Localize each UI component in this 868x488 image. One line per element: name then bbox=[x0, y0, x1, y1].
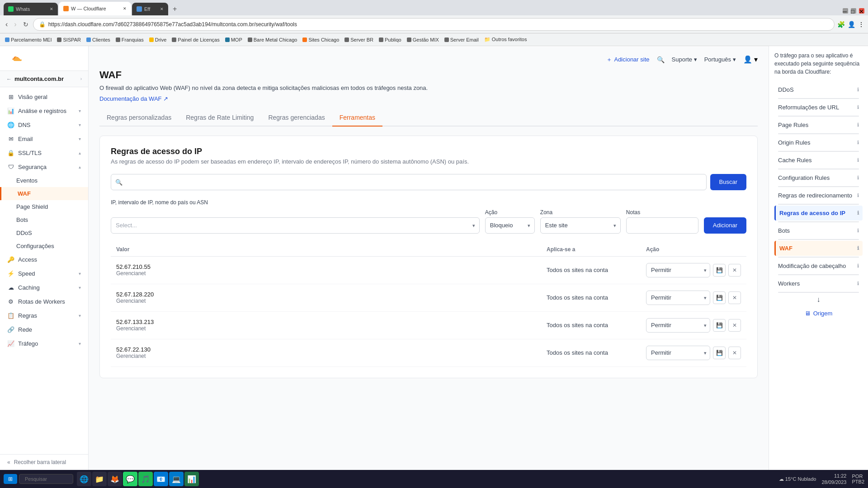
rp-item-reformulacoes[interactable]: Reformulações de URL ℹ bbox=[774, 100, 863, 115]
bookmark-clientes[interactable]: Clientes bbox=[84, 36, 113, 43]
ssl-icon: 🔒 bbox=[7, 150, 14, 156]
search-button[interactable]: Buscar bbox=[710, 174, 746, 190]
sidebar-collapse-btn[interactable]: « Recolher barra lateral bbox=[0, 454, 88, 470]
sidebar-item-ssl[interactable]: 🔒 SSL/TLS ▴ bbox=[0, 146, 88, 160]
account-button[interactable]: 👤 ▾ bbox=[743, 55, 758, 64]
bookmark-bare-metal[interactable]: Bare Metal Chicago bbox=[245, 36, 300, 43]
bookmark-mop[interactable]: MOP bbox=[223, 36, 245, 43]
minimize-icon[interactable]: ─ bbox=[843, 8, 848, 14]
address-bar[interactable]: 🔒 https://dash.cloudflare.com/7d60273886… bbox=[33, 18, 835, 31]
rp-item-bots[interactable]: Bots ℹ bbox=[774, 223, 863, 238]
sidebar-item-seguranca[interactable]: 🛡 Segurança ▴ bbox=[0, 160, 88, 174]
bookmark-publiqo[interactable]: Publiqo bbox=[377, 36, 404, 43]
row3-save-button[interactable]: 💾 bbox=[713, 319, 726, 332]
rp-item-cache-rules[interactable]: Cache Rules ℹ bbox=[774, 153, 863, 168]
support-button[interactable]: Suporte ▾ bbox=[672, 56, 697, 63]
browser-tab-whats[interactable]: Whats ✕ bbox=[4, 3, 58, 15]
sidebar-item-visao-geral[interactable]: ⊞ Visão geral bbox=[0, 90, 88, 104]
rp-item-header-mod[interactable]: Modificação de cabeçalho ℹ bbox=[774, 258, 863, 273]
sidebar-item-email[interactable]: ✉ Email ▾ bbox=[0, 132, 88, 146]
rp-origin-btn[interactable]: 🖥 Origem bbox=[774, 306, 863, 320]
browser-tab-active[interactable]: W — Cloudflare ✕ bbox=[59, 2, 131, 15]
row1-save-button[interactable]: 💾 bbox=[713, 264, 726, 277]
search-input[interactable] bbox=[111, 174, 707, 190]
waf-docs-link[interactable]: Documentação da WAF ↗ bbox=[99, 95, 168, 102]
add-site-button[interactable]: ＋ Adicionar site bbox=[606, 56, 649, 64]
row4-save-button[interactable]: 💾 bbox=[713, 347, 726, 359]
ip-select[interactable]: Select... bbox=[111, 217, 480, 234]
rp-item-page-rules[interactable]: Page Rules ℹ bbox=[774, 117, 863, 132]
bookmark-franquias[interactable]: Franquias bbox=[113, 36, 146, 43]
rp-item-redir[interactable]: Regras de redirecionamento ℹ bbox=[774, 188, 863, 203]
extensions-button[interactable]: 🧩 bbox=[837, 21, 845, 28]
bookmark-others[interactable]: 📁 Outros favoritos bbox=[482, 36, 529, 43]
bookmark-licencas[interactable]: Painel de Licenças bbox=[170, 36, 222, 43]
add-button[interactable]: Adicionar bbox=[704, 217, 746, 234]
whats-close[interactable]: ✕ bbox=[50, 7, 53, 11]
back-button[interactable]: ‹ bbox=[4, 19, 9, 30]
row3-delete-button[interactable]: ✕ bbox=[728, 319, 741, 332]
row4-delete-button[interactable]: ✕ bbox=[728, 347, 741, 359]
bookmark-sites-chicago[interactable]: Sites Chicago bbox=[300, 36, 341, 43]
language-button[interactable]: Português ▾ bbox=[704, 56, 736, 63]
lock-icon: 🔒 bbox=[39, 21, 46, 28]
bookmark-server-br[interactable]: Server BR bbox=[342, 36, 376, 43]
bookmark-sispar[interactable]: SISPAR bbox=[55, 36, 83, 43]
sidebar-item-speed[interactable]: ⚡ Speed ▾ bbox=[0, 267, 88, 281]
sidebar-item-regras[interactable]: 📋 Regras ▾ bbox=[0, 309, 88, 323]
forward-button[interactable]: › bbox=[12, 19, 18, 30]
row2-delete-button[interactable]: ✕ bbox=[728, 291, 741, 304]
sidebar-item-config-seg[interactable]: Configurações bbox=[0, 239, 88, 253]
row2-save-button[interactable]: 💾 bbox=[713, 291, 726, 304]
rp-ddos-info-icon: ℹ bbox=[857, 87, 859, 93]
domain-label: multconta.com.br bbox=[14, 75, 78, 82]
new-tab-btn[interactable]: + bbox=[169, 3, 180, 15]
row2-action-select[interactable]: Permitir Bloqueio bbox=[646, 291, 710, 305]
row1-delete-button[interactable]: ✕ bbox=[728, 264, 741, 277]
sidebar-domain-row[interactable]: ← multconta.com.br › bbox=[0, 71, 88, 87]
sidebar-item-analise[interactable]: 📊 Análise e registros ▾ bbox=[0, 104, 88, 118]
close-icon[interactable]: ✕ bbox=[859, 8, 864, 14]
sidebar-item-trafego[interactable]: 📈 Tráfego ▾ bbox=[0, 337, 88, 351]
sidebar-item-caching[interactable]: ☁ Caching ▾ bbox=[0, 281, 88, 295]
sidebar-item-rotas[interactable]: ⚙ Rotas de Workers bbox=[0, 295, 88, 309]
rp-item-waf[interactable]: WAF ℹ bbox=[774, 241, 863, 256]
bookmark-drive[interactable]: Drive bbox=[147, 36, 169, 43]
sidebar-item-eventos[interactable]: Eventos bbox=[0, 174, 88, 187]
sidebar-item-ddos[interactable]: DDoS bbox=[0, 226, 88, 239]
rp-item-ddos[interactable]: DDoS ℹ bbox=[774, 82, 863, 97]
rp-item-origin-rules[interactable]: Origin Rules ℹ bbox=[774, 135, 863, 150]
tab-rate[interactable]: Regras de Rate Limiting bbox=[179, 109, 261, 127]
sidebar-item-dns[interactable]: 🌐 DNS ▾ bbox=[0, 118, 88, 132]
action-select[interactable]: Bloqueio Permitir Desafio bbox=[485, 217, 535, 234]
row1-action-select[interactable]: Permitir Bloqueio bbox=[646, 263, 710, 277]
search-row: 🔍 Buscar bbox=[111, 174, 746, 190]
sidebar-item-page-shield[interactable]: Page Shield bbox=[0, 200, 88, 213]
notes-input[interactable] bbox=[626, 217, 698, 234]
tab-managed[interactable]: Regras gerenciadas bbox=[261, 109, 332, 127]
sidebar-item-waf[interactable]: WAF bbox=[0, 187, 88, 200]
filter-section-label: IP, intervalo de IP, nome do país ou ASN bbox=[111, 199, 746, 206]
maximize-icon[interactable]: □ bbox=[851, 8, 856, 14]
zone-select[interactable]: Este site Todos os sites na conta bbox=[540, 217, 621, 234]
rp-item-workers[interactable]: Workers ℹ bbox=[774, 276, 863, 291]
bookmark-parcelamento[interactable]: Parcelamento MEI bbox=[3, 36, 54, 43]
sidebar-item-bots[interactable]: Bots bbox=[0, 213, 88, 226]
search-global-button[interactable]: 🔍 bbox=[657, 56, 665, 63]
rp-item-ip-access[interactable]: Regras de acesso do IP ℹ bbox=[774, 206, 863, 221]
profile-button[interactable]: 👤 bbox=[848, 21, 855, 28]
tab-tools[interactable]: Ferramentas bbox=[332, 109, 382, 127]
refresh-button[interactable]: ↻ bbox=[21, 19, 30, 30]
browser-tab-eff[interactable]: Eff ✕ bbox=[132, 3, 168, 15]
sidebar-item-access[interactable]: 🔑 Access bbox=[0, 253, 88, 267]
bookmark-server-email[interactable]: Server Email bbox=[442, 36, 481, 43]
tab-custom[interactable]: Regras personalizadas bbox=[99, 109, 179, 127]
eff-close[interactable]: ✕ bbox=[160, 7, 164, 11]
rp-item-config-rules[interactable]: Configuration Rules ℹ bbox=[774, 170, 863, 185]
row4-action-select[interactable]: Permitir Bloqueio bbox=[646, 346, 710, 360]
row3-action-select[interactable]: Permitir Bloqueio bbox=[646, 318, 710, 333]
sidebar-item-rede[interactable]: 🔗 Rede bbox=[0, 323, 88, 337]
active-close[interactable]: ✕ bbox=[123, 6, 127, 11]
menu-button[interactable]: ⋮ bbox=[858, 21, 864, 28]
bookmark-gestao-mix[interactable]: Gestão MIX bbox=[405, 36, 441, 43]
